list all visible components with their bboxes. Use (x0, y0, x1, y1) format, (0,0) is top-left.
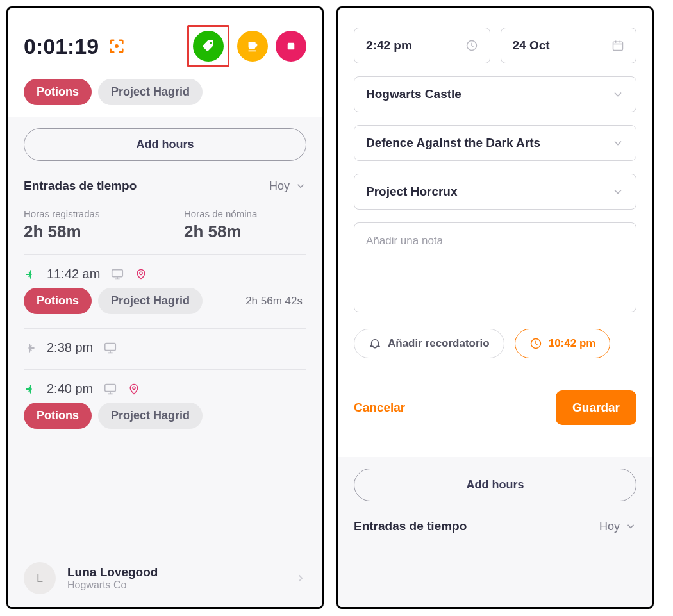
user-company: Hogwarts Co (67, 579, 158, 591)
reminder-time-chip[interactable]: 10:42 pm (515, 329, 611, 358)
date-value: 24 Oct (513, 38, 550, 53)
tag-project-hagrid[interactable]: Project Hagrid (98, 288, 203, 314)
clock-icon (465, 39, 478, 52)
location-pin-icon (128, 383, 140, 395)
add-hours-button[interactable]: Add hours (354, 469, 636, 501)
svg-point-3 (140, 272, 142, 274)
entry-time: 2:40 pm (47, 381, 93, 396)
time-entry[interactable]: 2:38 pm (24, 329, 306, 370)
entry-time: 2:38 pm (47, 340, 93, 355)
chevron-right-icon (295, 572, 306, 584)
chevron-down-icon (625, 520, 636, 532)
payroll-hours-value: 2h 58m (184, 222, 306, 242)
bell-icon (369, 337, 381, 350)
location-value: Hogwarts Castle (366, 87, 461, 101)
user-footer[interactable]: L Luna Lovegood Hogwarts Co (8, 549, 322, 607)
clock-in-icon (24, 383, 37, 395)
svg-point-0 (115, 44, 119, 48)
department-select[interactable]: Defence Against the Dark Arts (354, 125, 636, 161)
calendar-icon (611, 39, 624, 52)
time-field[interactable]: 2:42 pm (354, 28, 490, 63)
desktop-icon (103, 341, 117, 355)
active-tags: Potions Project Hagrid (8, 79, 322, 117)
chevron-down-icon (611, 137, 624, 149)
clock-out-icon (24, 342, 37, 354)
project-select[interactable]: Project Horcrux (354, 174, 636, 210)
chevron-down-icon (611, 88, 624, 101)
highlight-indicator (187, 25, 229, 67)
clock-alert-icon (529, 337, 542, 350)
add-reminder-label: Añadir recordatorio (388, 337, 490, 350)
logged-hours-label: Horas registradas (24, 208, 145, 219)
logged-hours-value: 2h 58m (24, 222, 145, 242)
avatar: L (24, 562, 56, 594)
entry-duration: 2h 56m 42s (245, 295, 303, 308)
tag-potions[interactable]: Potions (24, 79, 92, 105)
tag-potions[interactable]: Potions (24, 288, 92, 314)
chevron-down-icon (295, 180, 306, 192)
svg-rect-8 (613, 42, 623, 50)
svg-rect-1 (288, 43, 295, 50)
tag-potions[interactable]: Potions (24, 403, 92, 429)
svg-point-6 (133, 387, 135, 389)
save-button[interactable]: Guardar (556, 390, 636, 425)
stop-button[interactable] (276, 31, 306, 62)
tag-project-hagrid[interactable]: Project Hagrid (98, 403, 203, 429)
today-label: Hoy (599, 520, 620, 533)
tag-project-hagrid[interactable]: Project Hagrid (98, 79, 203, 105)
department-value: Defence Against the Dark Arts (366, 136, 540, 150)
chevron-down-icon (611, 185, 624, 198)
location-pin-icon (135, 268, 147, 281)
date-range-selector[interactable]: Hoy (269, 179, 306, 193)
timer-header: 0:01:19 (8, 8, 322, 79)
svg-rect-2 (112, 269, 123, 276)
tag-action-button[interactable] (193, 31, 224, 62)
break-button[interactable] (237, 31, 268, 62)
timer-display: 0:01:19 (24, 34, 99, 59)
entries-heading: Entradas de tiempo (24, 179, 137, 193)
note-textarea[interactable]: Añadir una nota (354, 222, 636, 312)
reminder-time-value: 10:42 pm (549, 337, 596, 350)
desktop-icon (103, 382, 117, 396)
user-name: Luna Lovegood (67, 565, 158, 579)
today-label: Hoy (269, 179, 290, 193)
svg-rect-4 (105, 343, 116, 350)
date-field[interactable]: 24 Oct (501, 28, 637, 63)
desktop-icon (110, 267, 124, 281)
payroll-hours-label: Horas de nómina (184, 208, 306, 219)
svg-rect-5 (105, 384, 116, 391)
time-entry[interactable]: 2:40 pm Potions Project Hagrid (24, 370, 306, 443)
add-reminder-chip[interactable]: Añadir recordatorio (354, 329, 504, 358)
entry-time: 11:42 am (47, 267, 100, 281)
cancel-button[interactable]: Cancelar (354, 401, 405, 415)
time-value: 2:42 pm (366, 38, 412, 53)
clock-in-icon (24, 268, 37, 281)
left-screen: 0:01:19 Potions Project Hagrid Add hours (6, 6, 324, 609)
capture-icon[interactable] (108, 37, 126, 55)
location-select[interactable]: Hogwarts Castle (354, 76, 636, 112)
date-range-selector[interactable]: Hoy (599, 520, 636, 533)
project-value: Project Horcrux (366, 185, 458, 199)
entries-heading: Entradas de tiempo (354, 519, 467, 533)
time-entry[interactable]: 11:42 am Potions Project Hagrid 2h 56m 4… (24, 255, 306, 329)
add-hours-button[interactable]: Add hours (24, 128, 306, 161)
right-screen: 2:42 pm 24 Oct Hogwarts Castle Defence A… (336, 6, 654, 609)
